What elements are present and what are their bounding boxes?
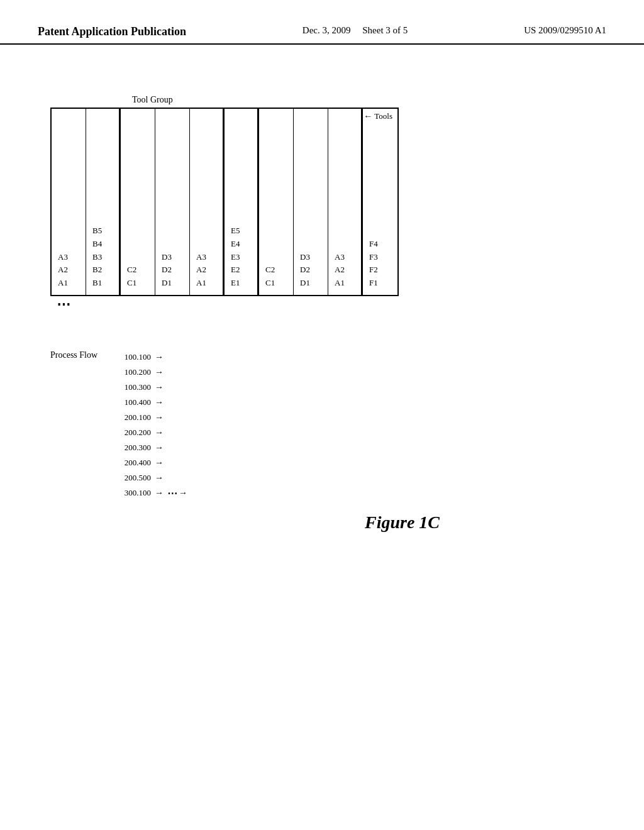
cell-c1: C1: [127, 277, 148, 290]
cell-d3-2: D3: [300, 251, 321, 264]
tool-group-label: Tool Group: [132, 95, 528, 105]
pf-number-3: 100.300: [110, 382, 151, 392]
tool-group-section: Tool Group ← Tools A3 A2 A1 B5 B4 B3: [50, 95, 528, 313]
publication-date: Dec. 3, 2009: [303, 25, 351, 35]
pf-number-2: 100.200: [110, 367, 151, 377]
pf-number-9: 200.500: [110, 473, 151, 483]
pf-number-8: 200.400: [110, 458, 151, 468]
pf-number-6: 200.200: [110, 428, 151, 438]
tool-group-diagram-wrapper: ← Tools A3 A2 A1 B5 B4 B3 B2 B1: [50, 108, 399, 313]
cell-e1: E1: [231, 277, 251, 290]
process-flow-section: Process Flow 100.100 → 100.200 → 100.300…: [50, 350, 528, 500]
cell-b4: B4: [92, 238, 113, 251]
tg-col-d2: D3 D2 D1: [294, 109, 328, 295]
cell-a2: A2: [58, 263, 79, 277]
cell-c2-2: C2: [265, 263, 287, 277]
pf-arrow-9: →: [155, 473, 164, 483]
pf-number-5: 200.100: [110, 412, 151, 423]
pf-arrow-3: →: [155, 382, 164, 392]
tg-col-e: E5 E4 E3 E2 E1: [225, 109, 259, 295]
cell-f3: F3: [369, 251, 391, 264]
pf-number-4: 100.400: [110, 397, 151, 407]
cell-d2: D2: [162, 263, 183, 277]
publication-number: US 2009/0299510 A1: [524, 25, 606, 36]
cell-f2: F2: [369, 263, 391, 277]
main-content: Tool Group ← Tools A3 A2 A1 B5 B4 B3: [0, 45, 644, 558]
cell-c2: C2: [127, 263, 148, 277]
pf-arrow-4: →: [155, 397, 164, 407]
sheet-info: Sheet 3 of 5: [362, 25, 408, 35]
cell-a3-2: A3: [196, 251, 216, 264]
pf-arrow-10: →: [155, 488, 164, 498]
pf-row-9: 200.500 →: [110, 471, 189, 485]
cell-e2: E2: [231, 263, 251, 277]
pf-arrow-1: →: [155, 352, 164, 362]
cell-a2-3: A2: [335, 263, 355, 277]
cell-d2-2: D2: [300, 263, 321, 277]
tg-col-a3: A3 A2 A1: [328, 109, 363, 295]
cell-b2: B2: [92, 263, 113, 277]
cell-d1-2: D1: [300, 277, 321, 290]
tg-col-d: D3 D2 D1: [155, 109, 190, 295]
pf-row-2: 100.200 →: [110, 365, 189, 379]
cell-d1: D1: [162, 277, 183, 290]
cell-b5: B5: [92, 224, 113, 238]
tool-group-outer-box: A3 A2 A1 B5 B4 B3 B2 B1 C2 C1: [50, 108, 399, 296]
cell-a1-3: A1: [335, 277, 355, 290]
pf-number-10: 300.100: [110, 488, 151, 498]
cell-c1-2: C1: [265, 277, 287, 290]
pf-row-7: 200.300 →: [110, 441, 189, 455]
tg-col-f: F4 F3 F2 F1: [363, 109, 397, 295]
pf-row-4: 100.400 →: [110, 396, 189, 409]
cell-a3: A3: [58, 251, 79, 264]
tg-col-c2: C2 C1: [259, 109, 294, 295]
pf-row-10: 300.100 → ⋯ →: [110, 486, 189, 500]
page-header: Patent Application Publication Dec. 3, 2…: [0, 0, 644, 45]
cell-e3: E3: [231, 251, 251, 264]
pf-arrow-5: →: [155, 412, 164, 423]
publication-title: Patent Application Publication: [38, 25, 186, 38]
cell-a2-2: A2: [196, 263, 216, 277]
pf-number-7: 200.300: [110, 443, 151, 453]
process-flow-steps: 100.100 → 100.200 → 100.300 → 100.400 → …: [110, 350, 189, 500]
pf-row-1: 100.100 →: [110, 350, 189, 364]
pf-arrow-6: →: [155, 428, 164, 438]
pf-row-6: 200.200 →: [110, 426, 189, 440]
process-flow-label: Process Flow: [50, 350, 97, 360]
publication-date-sheet: Dec. 3, 2009 Sheet 3 of 5: [303, 25, 408, 36]
cell-a1-2: A1: [196, 277, 216, 290]
tg-col-a: A3 A2 A1: [52, 109, 86, 295]
pf-row-3: 100.300 →: [110, 380, 189, 394]
figure-label: Figure 1C: [365, 512, 440, 533]
cell-b3: B3: [92, 251, 113, 264]
cell-e4: E4: [231, 238, 251, 251]
pf-final-arrow: →: [179, 488, 187, 498]
tg-col-c: C2 C1: [121, 109, 155, 295]
cell-f1: F1: [369, 277, 391, 290]
cell-d3: D3: [162, 251, 183, 264]
pf-number-1: 100.100: [110, 352, 151, 362]
cell-f4: F4: [369, 238, 391, 251]
tg-col-a2: A3 A2 A1: [190, 109, 225, 295]
pf-continuation-dots: ⋯: [167, 487, 177, 499]
cell-a3-3: A3: [335, 251, 355, 264]
pf-arrow-8: →: [155, 458, 164, 468]
pf-row-5: 200.100 →: [110, 411, 189, 424]
cell-e5: E5: [231, 224, 251, 238]
pf-arrow-7: →: [155, 443, 164, 453]
pf-row-8: 200.400 →: [110, 456, 189, 470]
pf-arrow-2: →: [155, 367, 164, 377]
continuation-dots: ⋯: [57, 296, 70, 312]
tg-col-b: B5 B4 B3 B2 B1: [86, 109, 121, 295]
cell-a1: A1: [58, 277, 79, 290]
cell-b1: B1: [92, 277, 113, 290]
